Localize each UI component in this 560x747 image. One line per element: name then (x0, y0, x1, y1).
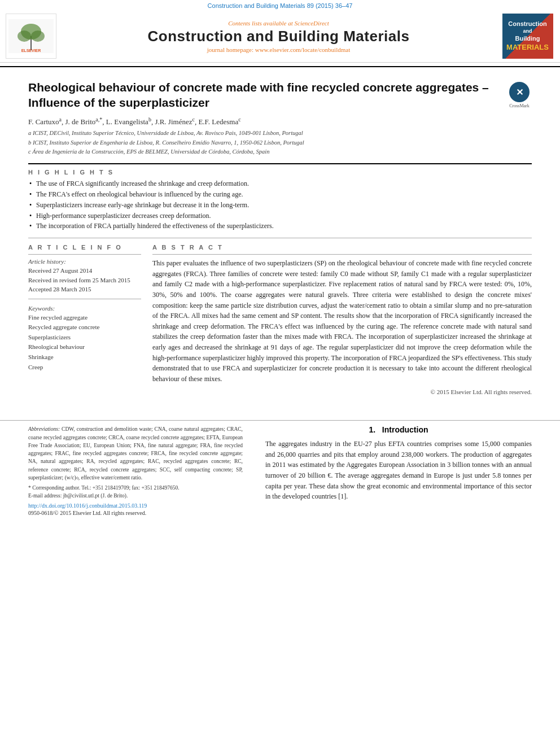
keywords-label: Keywords: (28, 305, 141, 312)
citation-text: Construction and Building Materials 89 (… (208, 2, 353, 9)
brand-line2: and (506, 28, 549, 35)
journal-brand-box: Construction and Building MATERIALS (502, 14, 553, 59)
keyword-4: Rheological behaviour (28, 342, 141, 352)
keyword-1: Fine recycled aggregate (28, 313, 141, 323)
affiliations: a ICIST, DECivil, Instituto Superior Téc… (28, 129, 532, 156)
divider-abstract (152, 254, 532, 255)
issn-line: 0950-0618/© 2015 Elsevier Ltd. All right… (28, 510, 243, 516)
list-item: High-performance superplasticizer decrea… (28, 211, 532, 221)
list-item: Superplasticizers increase early-age shr… (28, 200, 532, 210)
divider-info (28, 254, 141, 255)
brand-line3: Building (506, 34, 549, 42)
doi-link[interactable]: http://dx.doi.org/10.1016/j.conbuildmat.… (28, 503, 243, 509)
article-info-title: A R T I C L E I N F O (28, 244, 141, 251)
article-history-label: Article history: (28, 258, 141, 265)
divider-thick (28, 163, 532, 164)
authors-text: F. Cartuxoa, J. de Britoa,*, L. Evangeli… (28, 117, 241, 126)
keyword-3: Superplasticizers (28, 333, 141, 343)
keyword-6: Creep (28, 362, 141, 373)
brand-line4: MATERIALS (506, 43, 549, 53)
paper-footer: Abbreviations: CDW, construction and dem… (0, 420, 560, 520)
science-direct-label: Contents lists available at ScienceDirec… (228, 20, 329, 27)
keyword-2: Recycled aggregate concrete (28, 322, 141, 333)
article-title: Rheological behaviour of concrete made w… (28, 80, 507, 111)
svg-text:ELSEVIER: ELSEVIER (21, 49, 41, 53)
abstract-title: A B S T R A C T (152, 244, 532, 251)
sciencedirect-link[interactable]: ScienceDirect (295, 20, 329, 27)
brand-line1: Construction (506, 20, 549, 28)
journal-main-title: Construction and Building Materials (148, 28, 410, 45)
journal-header: Construction and Building Materials 89 (… (0, 0, 560, 67)
svg-point-3 (18, 30, 31, 42)
elsevier-logo: ELSEVIER (6, 14, 56, 59)
list-item: The use of FRCA significantly increased … (28, 179, 532, 189)
affiliation-b: b ICIST, Instituto Superior de Engenhari… (28, 138, 532, 147)
list-item: The incorporation of FRCA partially hind… (28, 221, 532, 231)
journal-center: Contents lists available at ScienceDirec… (62, 14, 495, 59)
introduction-column: 1. Introduction The aggregates industry … (265, 425, 532, 502)
highlights-section: H I G H L I G H T S The use of FRCA sign… (28, 169, 532, 231)
abbreviations-text: CDW, construction and demolition waste; … (28, 426, 243, 480)
abstract-column: A B S T R A C T This paper evaluates the… (152, 244, 532, 395)
keyword-5: Shrinkage (28, 352, 141, 362)
footnotes-text: Abbreviations: CDW, construction and dem… (28, 425, 243, 482)
copyright-line: © 2015 Elsevier Ltd. All rights reserved… (152, 388, 532, 395)
abstract-text: This paper evaluates the influence of tw… (152, 258, 532, 384)
paper-content: Rheological behaviour of concrete made w… (0, 67, 560, 403)
svg-point-4 (31, 30, 45, 42)
abbreviations-label: Abbreviations: (28, 426, 60, 432)
divider-keywords (28, 299, 141, 299)
journal-title-bar: ELSEVIER Contents lists available at Sci… (0, 10, 560, 63)
article-title-section: Rheological behaviour of concrete made w… (28, 80, 532, 111)
highlights-title: H I G H L I G H T S (28, 169, 532, 176)
received-revised-date: Received in revised form 25 March 2015 (28, 276, 141, 285)
article-info-column: A R T I C L E I N F O Article history: R… (28, 244, 141, 395)
crossmark-label: CrossMark (509, 103, 530, 108)
journal-homepage: journal homepage: www.elsevier.com/locat… (207, 46, 350, 53)
footnotes-column: Abbreviations: CDW, construction and dem… (28, 425, 243, 516)
journal-logo-right: Construction and Building MATERIALS (501, 14, 554, 59)
divider-after-highlights (28, 238, 532, 238)
received-date: Received 27 August 2014 (28, 266, 141, 276)
intro-text: The aggregates industry in the EU-27 plu… (265, 439, 532, 502)
email-note: E-mail address: jb@civilist.utl.pt (J. d… (28, 492, 243, 500)
list-item: The FRCA's effect on rheological behavio… (28, 190, 532, 199)
two-column-layout: A R T I C L E I N F O Article history: R… (28, 244, 532, 395)
citation-line: Construction and Building Materials 89 (… (0, 0, 560, 10)
accepted-date: Accepted 28 March 2015 (28, 285, 141, 294)
authors-line: F. Cartuxoa, J. de Britoa,*, L. Evangeli… (28, 116, 532, 126)
elsevier-logo-svg: ELSEVIER (8, 19, 54, 53)
intro-section-title: 1. Introduction (265, 425, 532, 434)
crossmark-icon: ✕ (509, 82, 530, 102)
corresponding-note: * Corresponding author. Tel.: +351 21841… (28, 484, 243, 492)
affiliation-a: a ICIST, DECivil, Instituto Superior Téc… (28, 129, 532, 138)
affiliation-c: c Área de Ingeniería de la Construcción,… (28, 147, 532, 156)
crossmark-badge: ✕ CrossMark (507, 82, 532, 108)
highlights-list: The use of FRCA significantly increased … (28, 179, 532, 231)
